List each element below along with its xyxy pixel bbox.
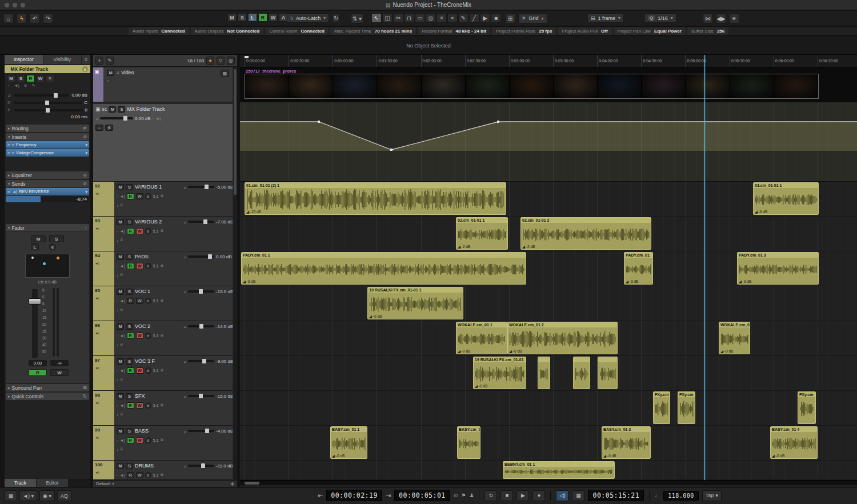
- volume-slider[interactable]: [188, 255, 214, 258]
- mute-button[interactable]: M: [117, 358, 124, 365]
- tab-inspector[interactable]: Inspector: [5, 55, 43, 64]
- volume-slider[interactable]: [188, 221, 214, 223]
- tap-tempo-button[interactable]: Tap ▾: [702, 490, 722, 501]
- record-dot-icon[interactable]: ●: [206, 57, 214, 65]
- status-item[interactable]: Record Format48 kHz - 24 bit: [418, 27, 490, 35]
- solo-button[interactable]: S: [126, 358, 133, 365]
- edit-icon[interactable]: e: [12, 151, 14, 155]
- monitor-icon[interactable]: ◄): [119, 229, 125, 233]
- list-icon[interactable]: ≣: [160, 333, 163, 338]
- marker-flag[interactable]: [245, 56, 249, 58]
- volume-automation-curve[interactable]: [240, 102, 857, 182]
- inspector-track-header[interactable]: ▸ MX Folder Track e: [5, 65, 90, 73]
- monitor-icon[interactable]: ◄): [95, 192, 99, 195]
- audio-event[interactable]: WOKALE.cm_0◢ -0 dB: [719, 322, 750, 354]
- surround-pan-pad[interactable]: [25, 254, 70, 278]
- automation-mode-select[interactable]: ϟ Auto-Latch▾: [287, 13, 329, 23]
- midi-keys-button[interactable]: ▦: [572, 490, 584, 501]
- play-button[interactable]: ▶: [516, 490, 529, 501]
- timeline-ruler[interactable]: 0:00:00:000:00:30:000:01:00:000:01:30:00…: [240, 55, 857, 67]
- list-icon[interactable]: ≣: [160, 438, 163, 442]
- pan-y-slider[interactable]: [14, 109, 83, 111]
- monitor-icon[interactable]: ◄): [119, 403, 125, 407]
- automation-r-button[interactable]: R: [258, 13, 267, 22]
- fader-solo-button[interactable]: S: [49, 235, 64, 242]
- list-icon[interactable]: ≣: [160, 298, 163, 303]
- section-routing[interactable]: ▸Routing ⇄: [6, 125, 89, 132]
- edit-channel-icon[interactable]: e: [82, 66, 88, 72]
- volume-slider[interactable]: [188, 395, 214, 397]
- power-icon[interactable]: ⊙: [7, 190, 10, 194]
- hub-icon[interactable]: ⌂: [3, 13, 14, 23]
- write-automation-button[interactable]: W: [136, 402, 143, 409]
- audio-event[interactable]: 02.cm_01-01 2◢ -2 dB: [520, 217, 651, 250]
- pan-node[interactable]: [31, 257, 34, 259]
- edit-channel-button[interactable]: e: [145, 437, 151, 443]
- edit-icon[interactable]: e: [12, 143, 14, 147]
- split-tool[interactable]: ✂: [393, 13, 403, 23]
- meter-peak-value[interactable]: -∞: [50, 360, 69, 366]
- bypass-icon[interactable]: ⊘: [83, 181, 87, 186]
- section-fader[interactable]: ▾Fader ↕: [6, 224, 89, 231]
- lock-icon[interactable]: ✎: [32, 83, 35, 89]
- tab-visibility[interactable]: Visibility: [43, 55, 82, 64]
- read-automation-button[interactable]: R: [127, 437, 134, 443]
- edit-channel-button[interactable]: e: [145, 333, 151, 339]
- track-lane[interactable]: FXy.cmFXy.cmFXy.cm: [240, 391, 857, 426]
- mute-button[interactable]: M: [117, 254, 124, 260]
- track-list-item[interactable]: 94◄)MSPADS⊿0.00 dB◦◄)RWe5.1≣♪⌸: [93, 251, 233, 286]
- record-enable-icon[interactable]: ◦: [117, 369, 118, 373]
- fader-listen-button[interactable]: L: [31, 243, 39, 250]
- volume-slider[interactable]: [188, 360, 214, 362]
- record-enable-icon[interactable]: ◦: [117, 264, 118, 268]
- fade-icon[interactable]: ◀▶: [716, 13, 726, 23]
- color-tool[interactable]: ■: [491, 13, 501, 23]
- automation-s-button[interactable]: S: [238, 13, 247, 22]
- list-icon[interactable]: ≣: [160, 368, 163, 373]
- audio-event[interactable]: PADY.cm_01 1◢ -3 dB: [241, 252, 526, 285]
- mute-button[interactable]: M: [117, 219, 124, 225]
- monitor-icon[interactable]: ◄): [119, 369, 125, 373]
- monitor-icon[interactable]: ◄): [119, 194, 125, 198]
- audition-button[interactable]: ◁): [556, 490, 568, 501]
- read-automation-button[interactable]: R: [127, 472, 134, 478]
- fader-edit-button[interactable]: e: [49, 243, 56, 250]
- audio-event[interactable]: WOKALE.cm_01 1◢ -0 dB: [456, 322, 507, 354]
- event-display[interactable]: 0:00:00:000:00:30:000:01:00:000:01:30:00…: [240, 55, 857, 487]
- section-surround-pan[interactable]: ▸Surround Pan ⊠: [6, 384, 89, 391]
- automation-m-button[interactable]: M: [227, 13, 237, 22]
- search-icon[interactable]: ◎: [227, 57, 235, 65]
- pan-node[interactable]: [43, 262, 46, 265]
- record-enable-icon[interactable]: ◦: [117, 403, 118, 407]
- mute-button[interactable]: M: [117, 393, 124, 399]
- chevron-down-icon[interactable]: ▾: [85, 151, 87, 155]
- zoom-tool[interactable]: ◎: [426, 13, 436, 23]
- inspector-mute-button[interactable]: M: [7, 75, 15, 82]
- track-list-footer[interactable]: Default ▾ ◈: [93, 480, 237, 487]
- tab-track[interactable]: Track: [5, 479, 36, 487]
- inspector-solo-button[interactable]: S: [17, 75, 25, 82]
- audio-event[interactable]: 19 RUSAŁKI FX.cm_01-01 1◢ -0 dB: [367, 287, 463, 319]
- solo-button[interactable]: S: [126, 289, 133, 295]
- edit-icon[interactable]: ✎: [106, 57, 114, 65]
- read-automation-button[interactable]: R: [127, 367, 134, 374]
- audio-event[interactable]: 02.cm_01-01 1◢ -2 dB: [456, 217, 508, 250]
- keys-icon[interactable]: ▦: [5, 490, 17, 501]
- horizontal-scrollbar[interactable]: [240, 480, 857, 485]
- record-enable-icon[interactable]: ◦: [117, 473, 118, 477]
- track-lane[interactable]: 01.cm_01-01 (2) 1◢ -15 dB03.cm_01-01 1◢ …: [240, 182, 857, 217]
- playhead-cursor[interactable]: [704, 55, 705, 480]
- audio-event[interactable]: BASY.cm_01 4◢ -0 dB: [770, 426, 818, 459]
- edit-channel-button[interactable]: e: [145, 228, 151, 234]
- track-list-item[interactable]: 97◄)MSVOC 3 F⊿-9.00 dB◦◄)RWe5.1≣♪⌸: [93, 356, 233, 391]
- bypass-icon[interactable]: ⊘: [83, 134, 87, 139]
- track-list-item[interactable]: 93◄)MSVARIOUS 2⊿-7.00 dB◦◄)RWe5.1≣♪⌸: [93, 217, 233, 251]
- monitor-icon[interactable]: ◄): [155, 117, 161, 121]
- toolbar-menu-icon[interactable]: ≡: [729, 13, 739, 23]
- stop-button[interactable]: ■: [500, 490, 513, 501]
- record-enable-icon[interactable]: ◦: [117, 229, 118, 233]
- write-automation-button[interactable]: W: [136, 437, 143, 443]
- volume-slider[interactable]: [188, 290, 214, 293]
- edit-channel-button[interactable]: e: [145, 367, 151, 374]
- write-automation-button[interactable]: W: [136, 263, 143, 269]
